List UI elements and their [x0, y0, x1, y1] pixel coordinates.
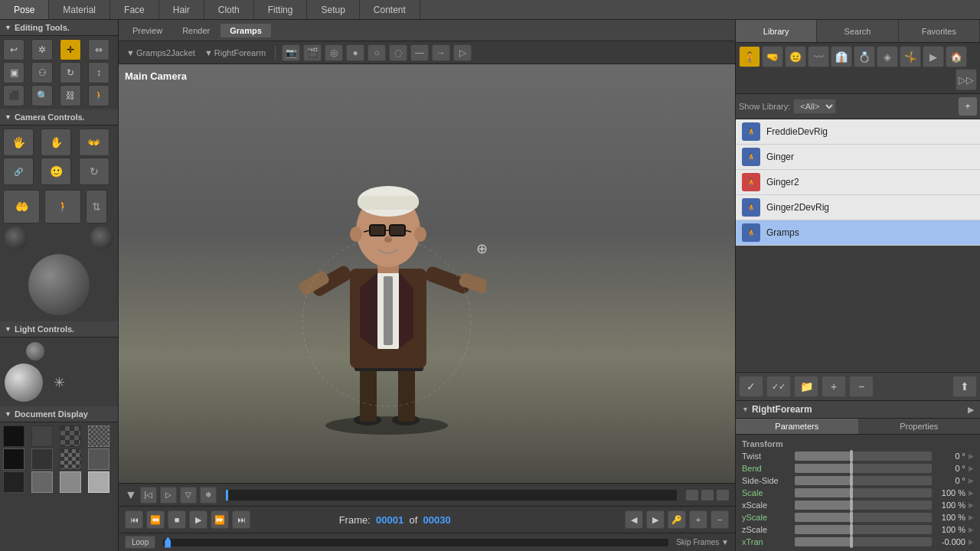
doc-swatch-black[interactable]: [3, 425, 24, 447]
pb-play[interactable]: ▶: [189, 510, 207, 529]
light-controls-header[interactable]: ▼ Light Controls.: [0, 321, 118, 337]
lib-item-freddie[interactable]: 🧍FreddieDevRig: [736, 119, 980, 145]
tool-arrows[interactable]: ⇔: [88, 39, 109, 60]
param-slider-yscale[interactable]: [795, 513, 932, 522]
timeline-track-area[interactable]: [226, 490, 677, 500]
tool-lens[interactable]: 🔍: [31, 85, 53, 106]
lib-tab-favorites[interactable]: Favorites: [899, 20, 980, 42]
doc-swatch-9[interactable]: [3, 471, 24, 493]
tl-dot2[interactable]: [701, 490, 714, 500]
pb-stop[interactable]: ■: [168, 510, 186, 529]
cam-head[interactable]: 🙂: [41, 158, 71, 185]
lib-tab-search[interactable]: Search: [817, 20, 898, 42]
pb-nav-right[interactable]: ▶: [646, 510, 665, 529]
tool-bone[interactable]: ⚇: [31, 62, 53, 83]
show-library-dropdown[interactable]: <All>: [793, 99, 836, 114]
lib-act-folder[interactable]: 📁: [794, 376, 818, 397]
lib-item-gramps[interactable]: 🧍Gramps: [736, 220, 980, 246]
param-slider-twist[interactable]: [795, 452, 932, 461]
toolbar-camera-btn[interactable]: 📷: [282, 44, 300, 61]
cam-hand-right[interactable]: ✋: [41, 129, 71, 156]
lib-tab-library[interactable]: Library: [736, 20, 817, 42]
tl-btn3[interactable]: ▽: [180, 487, 197, 504]
tool-person[interactable]: 🚶: [88, 85, 109, 106]
tool-chain[interactable]: ⛓: [60, 85, 81, 106]
param-slider-bend[interactable]: [795, 464, 932, 473]
pb-next-frame[interactable]: ⏭: [232, 510, 250, 529]
param-arrow-zscale[interactable]: ▶: [969, 526, 974, 533]
pb-step-back[interactable]: ⏮: [125, 510, 143, 529]
toolbar-dot-btn[interactable]: ●: [346, 44, 364, 61]
toolbar-arrow-btn[interactable]: →: [432, 44, 450, 61]
pb-minus-btn[interactable]: −: [710, 510, 729, 529]
cam-chain[interactable]: 🔗: [3, 158, 34, 185]
pb-loop-play[interactable]: ⏩: [211, 510, 229, 529]
viewport-tab-render[interactable]: Render: [173, 24, 219, 37]
props-collapse-arrow[interactable]: ▼: [742, 406, 749, 413]
lib-icon-scene[interactable]: 🏠: [946, 46, 967, 67]
doc-swatch-12[interactable]: [88, 471, 109, 493]
lib-item-ginger2[interactable]: 🧍Ginger2: [736, 170, 980, 195]
param-arrow-sideside[interactable]: ▶: [969, 477, 974, 484]
param-arrow-xscale[interactable]: ▶: [969, 501, 974, 509]
tool-magnet[interactable]: ✲: [31, 39, 53, 60]
doc-swatch-checker[interactable]: [60, 425, 81, 447]
tl-dot1[interactable]: [686, 490, 698, 500]
param-arrow-scale[interactable]: ▶: [969, 489, 974, 497]
param-slider-xtran[interactable]: [795, 537, 932, 546]
cam-extra[interactable]: ⇅: [86, 190, 107, 223]
cam-hand-left[interactable]: 🖐: [3, 129, 34, 156]
lib-icon-face[interactable]: 😐: [785, 46, 806, 67]
toolbar-ring-btn[interactable]: ◌: [389, 44, 407, 61]
viewport-tab-preview[interactable]: Preview: [123, 24, 172, 37]
param-slider-zscale[interactable]: [795, 525, 932, 534]
tool-undo[interactable]: ↩: [3, 39, 24, 60]
lib-icon-last[interactable]: ▷▷: [956, 69, 977, 90]
toolbar-circle-btn[interactable]: ◎: [325, 44, 343, 61]
top-tab-content[interactable]: Content: [360, 0, 420, 19]
props-tab-parameters[interactable]: Parameters: [736, 419, 858, 434]
lib-icon-morph[interactable]: ◈: [877, 46, 898, 67]
tool-scale[interactable]: ↕: [88, 62, 109, 83]
param-slider-scale[interactable]: [795, 488, 932, 497]
doc-swatch-dark[interactable]: [31, 425, 53, 447]
tool-move[interactable]: ✛: [60, 39, 81, 60]
loop-track[interactable]: [163, 539, 668, 546]
doc-swatch-11[interactable]: [60, 471, 81, 493]
lib-act-check[interactable]: ✓: [739, 376, 763, 397]
top-tab-cloth[interactable]: Cloth: [204, 0, 254, 19]
cam-hands-row[interactable]: 🤲: [3, 190, 40, 223]
doc-swatch-5[interactable]: [3, 448, 24, 470]
viewport-area[interactable]: Main Camera: [119, 64, 735, 483]
toolbar-sphere-btn[interactable]: ○: [368, 44, 386, 61]
pb-prev-frame[interactable]: ⏪: [146, 510, 165, 529]
param-slider-xscale[interactable]: [795, 500, 932, 510]
param-arrow-xtran[interactable]: ▶: [969, 538, 974, 546]
lib-item-ginger2dev[interactable]: 🧍Ginger2DevRig: [736, 195, 980, 220]
lib-icon-figure[interactable]: 🧍: [739, 46, 760, 67]
tool-cube[interactable]: ⬛: [3, 85, 24, 106]
top-tab-fitting[interactable]: Fitting: [254, 0, 308, 19]
tl-btn4[interactable]: ❄: [200, 487, 217, 504]
top-tab-hair[interactable]: Hair: [159, 0, 204, 19]
doc-swatch-8[interactable]: [88, 448, 109, 470]
pb-key-btn[interactable]: 🔑: [668, 510, 686, 529]
cam-hand-both[interactable]: 👐: [79, 129, 109, 156]
editing-tools-header[interactable]: ▼ Editing Tools.: [0, 20, 118, 36]
document-display-header[interactable]: ▼ Document Display: [0, 406, 118, 422]
lib-icon-hand[interactable]: 🤜: [762, 46, 783, 67]
param-slider-sideside[interactable]: [795, 476, 932, 485]
top-tab-face[interactable]: Face: [110, 0, 159, 19]
tl-dot3[interactable]: [717, 490, 729, 500]
lib-icon-hair[interactable]: 〰: [808, 46, 829, 67]
light-knob[interactable]: [26, 342, 44, 360]
tl-btn2[interactable]: ▷: [160, 487, 177, 504]
tool-box[interactable]: ▣: [3, 62, 24, 83]
cam-turn[interactable]: ↻: [79, 158, 109, 185]
props-tab-properties[interactable]: Properties: [858, 419, 981, 434]
param-arrow-twist[interactable]: ▶: [969, 452, 974, 460]
lib-add-btn[interactable]: +: [959, 97, 977, 116]
loop-button[interactable]: Loop: [125, 536, 155, 549]
tool-rotate3d[interactable]: ↻: [60, 62, 81, 83]
toolbar-film-btn[interactable]: 🎬: [303, 44, 322, 61]
